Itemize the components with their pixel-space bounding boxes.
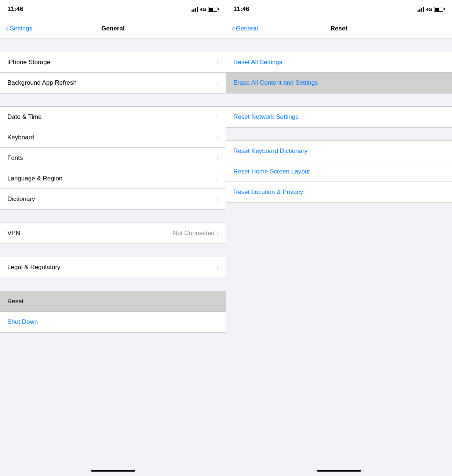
- list-item-legal[interactable]: Legal & Regulatory ›: [0, 257, 226, 278]
- item-label-erase-all: Erase All Content and Settings: [233, 79, 318, 87]
- chevron-iphone-storage: ›: [217, 59, 219, 66]
- item-label-keyboard: Keyboard: [7, 134, 34, 141]
- group-network-settings: Reset Network Settings: [226, 106, 452, 128]
- group-datetime: Date & Time › Keyboard › Fonts › Languag…: [0, 106, 226, 210]
- chevron-bg-refresh: ›: [217, 80, 219, 86]
- list-item-shutdown[interactable]: Shut Down: [0, 312, 226, 332]
- list-item-bg-refresh[interactable]: Background App Refresh ›: [0, 73, 226, 93]
- back-button-left[interactable]: ‹ Settings: [6, 25, 32, 32]
- home-indicator-left: [0, 470, 226, 476]
- back-button-right[interactable]: ‹ General: [232, 25, 258, 32]
- gap-4: [0, 244, 226, 257]
- item-label-dictionary: Dictionary: [7, 195, 35, 203]
- chevron-datetime: ›: [217, 114, 219, 120]
- group-legal: Legal & Regulatory ›: [0, 257, 226, 278]
- nav-bar-right: ‹ General Reset: [226, 18, 452, 39]
- status-icons-left: 4G: [192, 7, 219, 12]
- left-panel: 11:46 4G ‹ Settings General: [0, 0, 226, 476]
- item-label-shutdown: Shut Down: [7, 318, 38, 326]
- item-right-keyboard: ›: [217, 134, 219, 141]
- gap-1: [0, 39, 226, 52]
- network-type-left: 4G: [200, 7, 206, 12]
- item-right-vpn: Not Connected ›: [173, 230, 219, 237]
- item-label-reset-homescreen: Reset Home Screen Layout: [233, 168, 310, 175]
- list-item-reset[interactable]: Reset ›: [0, 291, 226, 312]
- gap-2: [0, 94, 226, 106]
- list-item-erase-all[interactable]: Erase All Content and Settings: [226, 73, 452, 93]
- item-label-fonts: Fonts: [7, 154, 23, 162]
- item-label-vpn: VPN: [7, 230, 20, 237]
- chevron-vpn: ›: [217, 230, 219, 237]
- gap-5: [0, 278, 226, 291]
- item-right-dictionary: ›: [217, 196, 219, 202]
- list-item-reset-homescreen[interactable]: Reset Home Screen Layout: [226, 161, 452, 182]
- back-chevron-left: ‹: [6, 25, 8, 32]
- group-other-resets: Reset Keyboard Dictionary Reset Home Scr…: [226, 140, 452, 203]
- group-reset-all: Reset All Settings Erase All Content and…: [226, 52, 452, 94]
- back-chevron-right: ‹: [232, 25, 234, 32]
- right-content: Reset All Settings Erase All Content and…: [226, 39, 452, 470]
- item-label-reset-keyboard: Reset Keyboard Dictionary: [233, 147, 307, 155]
- group-storage: iPhone Storage › Background App Refresh …: [0, 52, 226, 94]
- status-time-left: 11:46: [7, 6, 23, 13]
- item-label-reset-all-settings: Reset All Settings: [233, 59, 282, 66]
- item-label-language: Language & Region: [7, 175, 62, 182]
- gap-3: [0, 210, 226, 223]
- chevron-dictionary: ›: [217, 196, 219, 202]
- left-content: iPhone Storage › Background App Refresh …: [0, 39, 226, 470]
- back-label-left: Settings: [10, 25, 32, 32]
- status-bar-left: 11:46 4G: [0, 0, 226, 18]
- item-right-datetime: ›: [217, 114, 219, 120]
- group-vpn: VPN Not Connected ›: [0, 223, 226, 244]
- status-bar-right: 11:46 4G: [226, 0, 452, 18]
- nav-title-right: Reset: [331, 25, 347, 32]
- right-panel: 11:46 4G ‹ General Reset: [226, 0, 452, 476]
- list-item-reset-network[interactable]: Reset Network Settings: [226, 107, 452, 127]
- gap-r1: [226, 39, 452, 52]
- home-indicator-right: [226, 470, 452, 476]
- gap-r4: [226, 203, 452, 349]
- list-item-vpn[interactable]: VPN Not Connected ›: [0, 223, 226, 244]
- nav-title-left: General: [101, 25, 124, 32]
- list-item-reset-location[interactable]: Reset Location & Privacy: [226, 182, 452, 202]
- list-item-fonts[interactable]: Fonts ›: [0, 148, 226, 168]
- vpn-value: Not Connected: [173, 230, 214, 237]
- item-label-datetime: Date & Time: [7, 113, 42, 121]
- item-right-reset: ›: [217, 298, 219, 305]
- nav-bar-left: ‹ Settings General: [0, 18, 226, 39]
- battery-icon-right: [434, 7, 445, 12]
- list-item-keyboard[interactable]: Keyboard ›: [0, 127, 226, 148]
- item-right-language: ›: [217, 175, 219, 182]
- group-reset: Reset › Shut Down: [0, 291, 226, 333]
- chevron-language: ›: [217, 175, 219, 182]
- item-right-fonts: ›: [217, 155, 219, 161]
- home-bar-right: [317, 470, 361, 472]
- home-bar-left: [91, 470, 135, 472]
- network-type-right: 4G: [426, 7, 432, 12]
- signal-icon-right: [418, 7, 424, 12]
- list-item-datetime[interactable]: Date & Time ›: [0, 107, 226, 127]
- item-label-iphone-storage: iPhone Storage: [7, 59, 50, 66]
- item-right-iphone-storage: ›: [217, 59, 219, 66]
- chevron-reset: ›: [217, 298, 219, 305]
- list-item-reset-keyboard[interactable]: Reset Keyboard Dictionary: [226, 141, 452, 161]
- chevron-fonts: ›: [217, 155, 219, 161]
- chevron-legal: ›: [217, 264, 219, 271]
- list-item-dictionary[interactable]: Dictionary ›: [0, 189, 226, 209]
- chevron-keyboard: ›: [217, 134, 219, 141]
- back-label-right: General: [236, 25, 258, 32]
- gap-r3: [226, 128, 452, 140]
- item-label-legal: Legal & Regulatory: [7, 264, 61, 271]
- item-label-bg-refresh: Background App Refresh: [7, 79, 77, 87]
- list-item-iphone-storage[interactable]: iPhone Storage ›: [0, 52, 226, 73]
- item-label-reset: Reset: [7, 298, 23, 305]
- signal-icon-left: [192, 7, 198, 12]
- item-label-reset-network: Reset Network Settings: [233, 113, 299, 121]
- item-right-legal: ›: [217, 264, 219, 271]
- list-item-language[interactable]: Language & Region ›: [0, 168, 226, 189]
- list-item-reset-all-settings[interactable]: Reset All Settings: [226, 52, 452, 73]
- item-right-bg-refresh: ›: [217, 80, 219, 86]
- gap-r2: [226, 94, 452, 106]
- status-icons-right: 4G: [418, 7, 445, 12]
- battery-icon-left: [208, 7, 219, 12]
